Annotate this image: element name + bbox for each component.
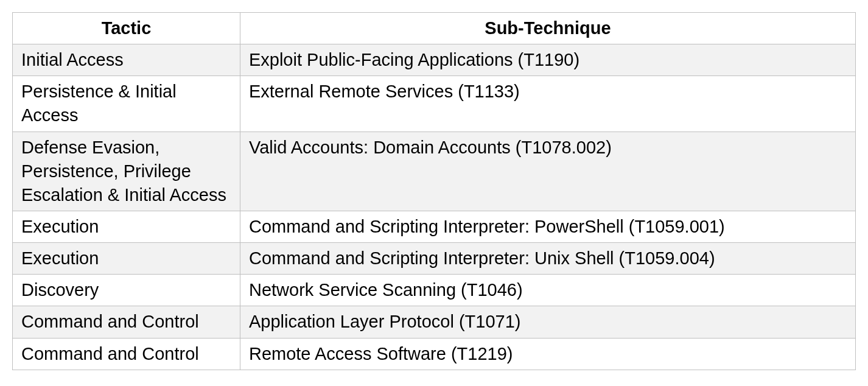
table-row: Initial Access Exploit Public-Facing App… (13, 44, 856, 76)
cell-tactic: Initial Access (13, 44, 240, 76)
table-row: Execution Command and Scripting Interpre… (13, 243, 856, 275)
header-tactic: Tactic (13, 13, 240, 44)
cell-tactic: Command and Control (13, 338, 240, 370)
cell-subtechnique: Command and Scripting Interpreter: Unix … (240, 243, 855, 275)
cell-subtechnique: Exploit Public-Facing Applications (T119… (240, 44, 855, 76)
table-body: Initial Access Exploit Public-Facing App… (13, 44, 856, 370)
header-subtechnique: Sub-Technique (240, 13, 855, 44)
cell-tactic: Persistence & Initial Access (13, 76, 240, 132)
table-row: Persistence & Initial Access External Re… (13, 76, 856, 132)
cell-tactic: Defense Evasion, Persistence, Privilege … (13, 132, 240, 211)
table-row: Command and Control Application Layer Pr… (13, 306, 856, 338)
cell-tactic: Execution (13, 211, 240, 242)
cell-subtechnique: Valid Accounts: Domain Accounts (T1078.0… (240, 132, 855, 211)
cell-subtechnique: External Remote Services (T1133) (240, 76, 855, 132)
cell-tactic: Discovery (13, 275, 240, 306)
table-row: Execution Command and Scripting Interpre… (13, 211, 856, 242)
cell-tactic: Execution (13, 243, 240, 275)
cell-subtechnique: Remote Access Software (T1219) (240, 338, 855, 370)
table-row: Command and Control Remote Access Softwa… (13, 338, 856, 370)
table-row: Defense Evasion, Persistence, Privilege … (13, 132, 856, 211)
cell-tactic: Command and Control (13, 306, 240, 338)
table-header-row: Tactic Sub-Technique (13, 13, 856, 44)
cell-subtechnique: Application Layer Protocol (T1071) (240, 306, 855, 338)
cell-subtechnique: Network Service Scanning (T1046) (240, 275, 855, 306)
table-row: Discovery Network Service Scanning (T104… (13, 275, 856, 306)
mitre-table: Tactic Sub-Technique Initial Access Expl… (12, 12, 856, 370)
cell-subtechnique: Command and Scripting Interpreter: Power… (240, 211, 855, 242)
